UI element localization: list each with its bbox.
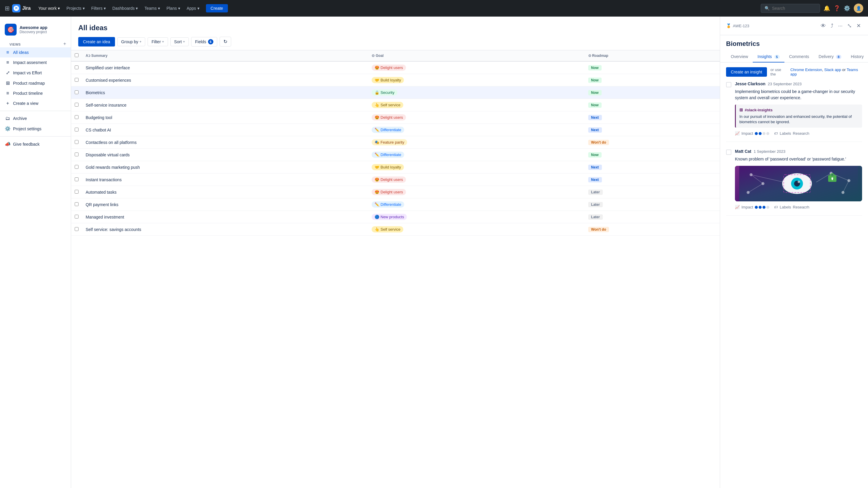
row-summary-13[interactable]: Self service: savings accounts bbox=[82, 223, 368, 236]
fields-button[interactable]: Fields 6 bbox=[191, 37, 217, 46]
goal-badge-7[interactable]: ✏️ Differentiate bbox=[372, 152, 404, 158]
create-idea-button[interactable]: Create an idea bbox=[78, 37, 115, 46]
nav-plans[interactable]: Plans ▾ bbox=[163, 4, 183, 12]
row-checkbox-4[interactable] bbox=[75, 115, 79, 119]
row-summary-3[interactable]: Self-service insurance bbox=[82, 99, 368, 111]
row-summary-12[interactable]: Managed investment bbox=[82, 211, 368, 223]
sidebar-item-create-view[interactable]: + Create a view bbox=[0, 98, 71, 108]
goal-badge-11[interactable]: ✏️ Differentiate bbox=[372, 201, 404, 207]
row-summary-2[interactable]: Biometrics bbox=[82, 87, 368, 99]
nav-apps[interactable]: Apps ▾ bbox=[184, 4, 203, 12]
row-checkbox-9[interactable] bbox=[75, 177, 79, 181]
sidebar-item-impact-effort[interactable]: ⤢ Impact vs Effort bbox=[0, 67, 71, 78]
row-summary-4[interactable]: Budgeting tool bbox=[82, 111, 368, 124]
tab-history[interactable]: History bbox=[846, 51, 868, 63]
slack-app-link[interactable]: Slack app bbox=[824, 67, 841, 72]
nav-projects[interactable]: Projects ▾ bbox=[63, 4, 88, 12]
sidebar-item-product-timeline[interactable]: ≡ Product timeline bbox=[0, 88, 71, 98]
nav-filters[interactable]: Filters ▾ bbox=[88, 4, 109, 12]
goal-badge-12[interactable]: 🔵 New products bbox=[372, 214, 407, 220]
sidebar-item-all-ideas[interactable]: ≡ All ideas bbox=[0, 47, 71, 58]
nav-your-work[interactable]: Your work ▾ bbox=[35, 4, 63, 12]
panel-more-button[interactable]: ··· bbox=[837, 22, 844, 30]
roadmap-badge-5: Next bbox=[588, 127, 602, 133]
goal-badge-5[interactable]: ✏️ Differentiate bbox=[372, 127, 404, 133]
select-all-checkbox[interactable] bbox=[75, 53, 79, 57]
goal-badge-9[interactable]: 😍 Delight users bbox=[372, 176, 406, 183]
filter-button[interactable]: Filter + bbox=[148, 37, 168, 46]
label-value-1[interactable]: Research bbox=[793, 131, 809, 136]
row-summary-8[interactable]: Gold rewards marketing push bbox=[82, 161, 368, 173]
row-checkbox-6[interactable] bbox=[75, 140, 79, 144]
chrome-extension-link[interactable]: Chrome Extension bbox=[790, 67, 822, 72]
grid-icon[interactable]: ⊞ bbox=[5, 5, 10, 12]
jira-logo[interactable]: Jira bbox=[12, 4, 31, 12]
goal-badge-6[interactable]: 🎭 Feature parity bbox=[372, 139, 407, 145]
th-summary: Aↄ Summary bbox=[82, 50, 368, 61]
table-row: CS chatbot AI ✏️ Differentiate Next bbox=[71, 124, 720, 136]
sidebar-item-feedback[interactable]: 📣 Give feedback bbox=[0, 139, 71, 149]
row-checkbox-8[interactable] bbox=[75, 165, 79, 169]
goal-badge-10[interactable]: 😍 Delight users bbox=[372, 189, 406, 195]
refresh-button[interactable]: ↻ bbox=[220, 37, 231, 46]
add-view-button[interactable]: + bbox=[63, 41, 66, 46]
row-checkbox-11[interactable] bbox=[75, 202, 79, 206]
row-checkbox-5[interactable] bbox=[75, 128, 79, 131]
sidebar-item-settings[interactable]: ⚙️ Project settings bbox=[0, 124, 71, 134]
row-summary-0[interactable]: Simplified user interface bbox=[82, 61, 368, 74]
dot-4 bbox=[766, 132, 769, 135]
row-checkbox-3[interactable] bbox=[75, 103, 79, 107]
search-bar[interactable]: 🔍 bbox=[761, 4, 820, 13]
sort-button[interactable]: Sort + bbox=[170, 37, 189, 46]
panel-share-button[interactable]: ⤴ bbox=[830, 22, 835, 30]
row-checkbox-7[interactable] bbox=[75, 153, 79, 156]
insight-checkbox-2[interactable] bbox=[726, 150, 732, 155]
row-summary-6[interactable]: Contactless on all platforms bbox=[82, 136, 368, 149]
row-summary-7[interactable]: Disposable virtual cards bbox=[82, 149, 368, 161]
group-by-button[interactable]: Group by + bbox=[117, 37, 146, 46]
row-checkbox-2[interactable] bbox=[75, 90, 79, 94]
row-checkbox-10[interactable] bbox=[75, 190, 79, 194]
create-insight-button[interactable]: Create an insight bbox=[726, 67, 767, 77]
row-checkbox-12[interactable] bbox=[75, 215, 79, 219]
user-avatar[interactable]: 👤 bbox=[854, 4, 863, 13]
goal-badge-13[interactable]: 👆 Self service bbox=[372, 226, 403, 232]
roadmap-badge-0: Now bbox=[588, 65, 601, 70]
slack-channel-1[interactable]: #slack-insights bbox=[745, 108, 773, 112]
insight-links: Chrome Extension, Slack app or Teams app bbox=[790, 67, 862, 76]
row-checkbox-13[interactable] bbox=[75, 227, 79, 231]
help-icon[interactable]: ❓ bbox=[834, 5, 840, 11]
row-summary-1[interactable]: Customised experiences bbox=[82, 74, 368, 87]
sidebar-item-archive[interactable]: 🗂 Archive bbox=[0, 113, 71, 124]
insight-checkbox-1[interactable] bbox=[726, 82, 732, 87]
sidebar-item-product-roadmap[interactable]: ⊞ Product roadmap bbox=[0, 78, 71, 88]
goal-badge-1[interactable]: 🤝 Build loyalty bbox=[372, 77, 404, 83]
goal-badge-3[interactable]: 👆 Self service bbox=[372, 102, 403, 108]
nav-dashboards[interactable]: Dashboards ▾ bbox=[110, 4, 141, 12]
notification-icon[interactable]: 🔔 bbox=[824, 5, 830, 11]
row-checkbox-1[interactable] bbox=[75, 78, 79, 82]
row-summary-9[interactable]: Instant transactions bbox=[82, 173, 368, 186]
row-summary-11[interactable]: QR payment links bbox=[82, 198, 368, 211]
row-summary-10[interactable]: Automated tasks bbox=[82, 186, 368, 198]
panel-close-button[interactable]: ✕ bbox=[855, 21, 862, 30]
row-checkbox-0[interactable] bbox=[75, 65, 79, 69]
tab-delivery[interactable]: Delivery 8 bbox=[814, 51, 846, 63]
nav-teams[interactable]: Teams ▾ bbox=[142, 4, 163, 12]
tab-comments[interactable]: Comments bbox=[784, 51, 814, 63]
tab-insights[interactable]: Insights 5 bbox=[753, 51, 784, 63]
panel-expand-button[interactable]: ⤡ bbox=[846, 21, 853, 30]
goal-badge-2[interactable]: 🔒 Security bbox=[372, 90, 397, 96]
goal-badge-4[interactable]: 😍 Delight users bbox=[372, 114, 406, 121]
row-summary-5[interactable]: CS chatbot AI bbox=[82, 124, 368, 136]
goal-badge-8[interactable]: 🤝 Build loyalty bbox=[372, 164, 404, 170]
tab-overview[interactable]: Overview bbox=[726, 51, 753, 63]
label-value-2[interactable]: Reseacrh bbox=[793, 205, 809, 209]
settings-icon[interactable]: ⚙️ bbox=[844, 5, 850, 11]
search-input[interactable] bbox=[772, 6, 813, 11]
sidebar-item-impact-assessment[interactable]: ≡ Impact assesment bbox=[0, 58, 71, 67]
goal-badge-0[interactable]: 😍 Delight users bbox=[372, 65, 406, 71]
create-button[interactable]: Create bbox=[206, 4, 228, 12]
row-goal-11: ✏️ Differentiate bbox=[368, 198, 584, 211]
panel-watch-button[interactable]: 👁 bbox=[819, 22, 827, 30]
